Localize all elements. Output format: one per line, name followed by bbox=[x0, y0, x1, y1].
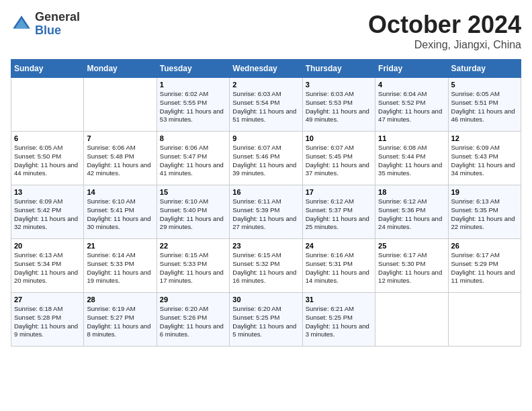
logo-blue: Blue bbox=[35, 24, 80, 38]
day-info: Sunrise: 6:12 AM Sunset: 5:36 PM Dayligh… bbox=[378, 197, 445, 232]
day-info: Sunrise: 6:15 AM Sunset: 5:32 PM Dayligh… bbox=[232, 251, 299, 285]
calendar-cell: 26Sunrise: 6:17 AM Sunset: 5:29 PM Dayli… bbox=[448, 239, 521, 293]
day-number: 16 bbox=[232, 188, 299, 196]
day-number: 25 bbox=[378, 242, 445, 250]
day-number: 29 bbox=[160, 295, 226, 304]
calendar-table: Sunday Monday Tuesday Wednesday Thursday… bbox=[11, 59, 521, 347]
header-thursday: Thursday bbox=[302, 60, 375, 78]
day-info: Sunrise: 6:08 AM Sunset: 5:44 PM Dayligh… bbox=[378, 144, 445, 178]
calendar-week-2: 6Sunrise: 6:05 AM Sunset: 5:50 PM Daylig… bbox=[11, 132, 521, 185]
calendar-cell: 1Sunrise: 6:02 AM Sunset: 5:55 PM Daylig… bbox=[157, 78, 229, 132]
calendar-cell: 8Sunrise: 6:06 AM Sunset: 5:47 PM Daylig… bbox=[157, 132, 229, 185]
day-info: Sunrise: 6:06 AM Sunset: 5:47 PM Dayligh… bbox=[160, 144, 226, 178]
logo-general: General bbox=[35, 11, 80, 24]
day-number: 11 bbox=[378, 134, 445, 142]
calendar-week-4: 20Sunrise: 6:13 AM Sunset: 5:34 PM Dayli… bbox=[11, 239, 521, 293]
logo-text: General Blue bbox=[35, 11, 80, 38]
day-number: 10 bbox=[306, 134, 372, 142]
header-tuesday: Tuesday bbox=[157, 60, 229, 78]
location: Dexing, Jiangxi, China bbox=[368, 39, 521, 51]
day-number: 12 bbox=[451, 134, 518, 142]
calendar-cell: 5Sunrise: 6:05 AM Sunset: 5:51 PM Daylig… bbox=[448, 78, 521, 132]
day-info: Sunrise: 6:09 AM Sunset: 5:42 PM Dayligh… bbox=[14, 197, 81, 232]
calendar-cell: 11Sunrise: 6:08 AM Sunset: 5:44 PM Dayli… bbox=[375, 132, 448, 185]
day-info: Sunrise: 6:12 AM Sunset: 5:37 PM Dayligh… bbox=[306, 197, 372, 232]
calendar-cell: 25Sunrise: 6:17 AM Sunset: 5:30 PM Dayli… bbox=[375, 239, 448, 293]
calendar-cell: 27Sunrise: 6:18 AM Sunset: 5:28 PM Dayli… bbox=[11, 293, 84, 347]
day-number: 20 bbox=[14, 242, 81, 250]
calendar-cell: 31Sunrise: 6:21 AM Sunset: 5:25 PM Dayli… bbox=[302, 293, 375, 347]
calendar-cell: 22Sunrise: 6:15 AM Sunset: 5:33 PM Dayli… bbox=[157, 239, 229, 293]
day-number: 17 bbox=[306, 188, 372, 196]
day-info: Sunrise: 6:16 AM Sunset: 5:31 PM Dayligh… bbox=[306, 251, 372, 285]
day-info: Sunrise: 6:05 AM Sunset: 5:51 PM Dayligh… bbox=[451, 90, 518, 124]
day-number: 6 bbox=[14, 134, 81, 142]
day-info: Sunrise: 6:15 AM Sunset: 5:33 PM Dayligh… bbox=[160, 251, 226, 285]
day-info: Sunrise: 6:17 AM Sunset: 5:29 PM Dayligh… bbox=[451, 251, 518, 285]
calendar-week-5: 27Sunrise: 6:18 AM Sunset: 5:28 PM Dayli… bbox=[11, 293, 521, 347]
calendar-cell: 28Sunrise: 6:19 AM Sunset: 5:27 PM Dayli… bbox=[84, 293, 157, 347]
day-info: Sunrise: 6:13 AM Sunset: 5:34 PM Dayligh… bbox=[14, 251, 81, 285]
day-info: Sunrise: 6:05 AM Sunset: 5:50 PM Dayligh… bbox=[14, 144, 81, 178]
logo: General Blue bbox=[11, 11, 80, 38]
day-number: 21 bbox=[87, 242, 153, 250]
month-title: October 2024 bbox=[368, 11, 521, 39]
header-monday: Monday bbox=[84, 60, 157, 78]
calendar-cell: 17Sunrise: 6:12 AM Sunset: 5:37 PM Dayli… bbox=[302, 185, 375, 239]
calendar-cell bbox=[11, 78, 84, 132]
calendar-cell: 18Sunrise: 6:12 AM Sunset: 5:36 PM Dayli… bbox=[375, 185, 448, 239]
day-number: 3 bbox=[306, 81, 372, 89]
day-info: Sunrise: 6:21 AM Sunset: 5:25 PM Dayligh… bbox=[306, 305, 372, 339]
calendar-cell: 16Sunrise: 6:11 AM Sunset: 5:39 PM Dayli… bbox=[230, 185, 302, 239]
header-friday: Friday bbox=[375, 60, 448, 78]
day-number: 2 bbox=[232, 81, 299, 89]
day-info: Sunrise: 6:03 AM Sunset: 5:54 PM Dayligh… bbox=[232, 90, 299, 124]
day-number: 24 bbox=[306, 242, 372, 250]
day-info: Sunrise: 6:13 AM Sunset: 5:35 PM Dayligh… bbox=[451, 197, 518, 232]
day-number: 19 bbox=[451, 188, 518, 196]
calendar-cell: 10Sunrise: 6:07 AM Sunset: 5:45 PM Dayli… bbox=[302, 132, 375, 185]
header-row: Sunday Monday Tuesday Wednesday Thursday… bbox=[11, 60, 521, 78]
day-number: 4 bbox=[378, 81, 445, 89]
day-number: 13 bbox=[14, 188, 81, 196]
calendar-cell: 23Sunrise: 6:15 AM Sunset: 5:32 PM Dayli… bbox=[230, 239, 302, 293]
calendar-cell: 9Sunrise: 6:07 AM Sunset: 5:46 PM Daylig… bbox=[230, 132, 302, 185]
calendar-cell: 15Sunrise: 6:10 AM Sunset: 5:40 PM Dayli… bbox=[157, 185, 229, 239]
calendar-cell: 21Sunrise: 6:14 AM Sunset: 5:33 PM Dayli… bbox=[84, 239, 157, 293]
calendar-cell: 6Sunrise: 6:05 AM Sunset: 5:50 PM Daylig… bbox=[11, 132, 84, 185]
calendar-cell: 24Sunrise: 6:16 AM Sunset: 5:31 PM Dayli… bbox=[302, 239, 375, 293]
day-number: 23 bbox=[232, 242, 299, 250]
calendar-body: 1Sunrise: 6:02 AM Sunset: 5:55 PM Daylig… bbox=[11, 78, 521, 347]
day-info: Sunrise: 6:04 AM Sunset: 5:52 PM Dayligh… bbox=[378, 90, 445, 124]
day-number: 26 bbox=[451, 242, 518, 250]
calendar-cell: 3Sunrise: 6:03 AM Sunset: 5:53 PM Daylig… bbox=[302, 78, 375, 132]
day-number: 15 bbox=[160, 188, 226, 196]
day-info: Sunrise: 6:10 AM Sunset: 5:41 PM Dayligh… bbox=[87, 197, 153, 232]
calendar-cell bbox=[84, 78, 157, 132]
calendar-week-3: 13Sunrise: 6:09 AM Sunset: 5:42 PM Dayli… bbox=[11, 185, 521, 239]
calendar-cell: 4Sunrise: 6:04 AM Sunset: 5:52 PM Daylig… bbox=[375, 78, 448, 132]
day-number: 7 bbox=[87, 134, 153, 142]
calendar-week-1: 1Sunrise: 6:02 AM Sunset: 5:55 PM Daylig… bbox=[11, 78, 521, 132]
day-info: Sunrise: 6:07 AM Sunset: 5:46 PM Dayligh… bbox=[232, 144, 299, 178]
day-number: 18 bbox=[378, 188, 445, 196]
day-info: Sunrise: 6:09 AM Sunset: 5:43 PM Dayligh… bbox=[451, 144, 518, 178]
day-info: Sunrise: 6:20 AM Sunset: 5:26 PM Dayligh… bbox=[160, 305, 226, 339]
calendar-cell: 19Sunrise: 6:13 AM Sunset: 5:35 PM Dayli… bbox=[448, 185, 521, 239]
calendar-header: Sunday Monday Tuesday Wednesday Thursday… bbox=[11, 60, 521, 78]
day-number: 31 bbox=[306, 295, 372, 304]
day-number: 5 bbox=[451, 81, 518, 89]
header-saturday: Saturday bbox=[448, 60, 521, 78]
calendar-cell: 29Sunrise: 6:20 AM Sunset: 5:26 PM Dayli… bbox=[157, 293, 229, 347]
day-info: Sunrise: 6:19 AM Sunset: 5:27 PM Dayligh… bbox=[87, 305, 153, 339]
day-info: Sunrise: 6:11 AM Sunset: 5:39 PM Dayligh… bbox=[232, 197, 299, 232]
day-info: Sunrise: 6:02 AM Sunset: 5:55 PM Dayligh… bbox=[160, 90, 226, 124]
header-wednesday: Wednesday bbox=[230, 60, 302, 78]
calendar-cell: 20Sunrise: 6:13 AM Sunset: 5:34 PM Dayli… bbox=[11, 239, 84, 293]
day-number: 30 bbox=[232, 295, 299, 304]
day-info: Sunrise: 6:10 AM Sunset: 5:40 PM Dayligh… bbox=[160, 197, 226, 232]
logo-icon bbox=[11, 13, 32, 35]
calendar-cell bbox=[448, 293, 521, 347]
day-number: 8 bbox=[160, 134, 226, 142]
page-header: General Blue October 2024 Dexing, Jiangx… bbox=[11, 11, 521, 51]
